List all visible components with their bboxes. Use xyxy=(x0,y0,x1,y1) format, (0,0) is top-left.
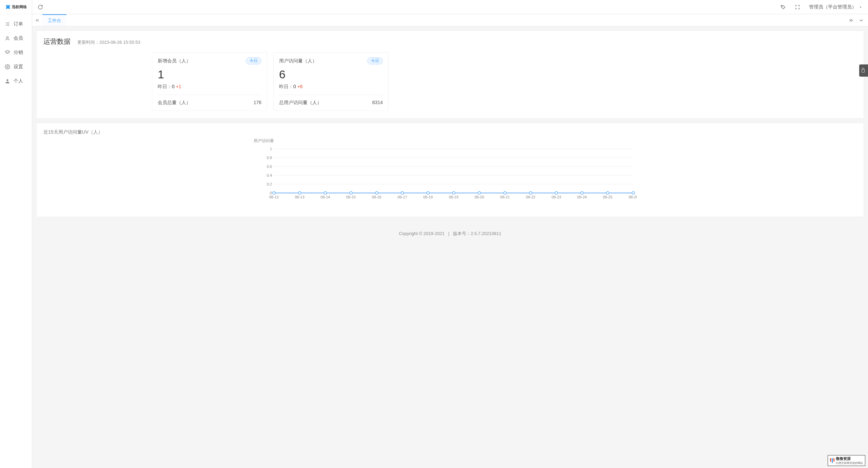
svg-point-29 xyxy=(350,192,352,194)
stat-card: 新增会员（人） 今日 1 昨日：0 +1 会员总量（人） 176 xyxy=(152,52,267,111)
svg-text:08-18: 08-18 xyxy=(423,195,433,199)
svg-point-10 xyxy=(782,6,782,6)
svg-point-37 xyxy=(452,192,455,194)
card-foot-value: 8314 xyxy=(372,100,383,106)
card-big-number: 6 xyxy=(279,68,383,81)
tag-icon[interactable] xyxy=(781,4,786,10)
topbar: 管理员（平台管理员） xyxy=(32,0,868,14)
panel-title: 运营数据 xyxy=(43,37,71,46)
svg-text:08-22: 08-22 xyxy=(526,195,535,199)
svg-text:0.6: 0.6 xyxy=(267,164,272,169)
caret-down-icon xyxy=(859,5,863,9)
brand-logo: ✖迅软网络 xyxy=(0,0,32,14)
line-chart: 00.20.40.60.8108-1208-1308-1408-1508-160… xyxy=(264,145,637,203)
footer: Copyright © 2019-2021 | 版本号：2.5.7.202108… xyxy=(36,217,864,243)
user-dropdown[interactable]: 管理员（平台管理员） xyxy=(809,4,863,10)
stat-card: 用户访问量（人） 今日 6 昨日：0 +6 总用户访问量（人） 8314 xyxy=(273,52,389,111)
user-icon xyxy=(5,36,10,41)
chart-title: 近15天用户访问量UV（人） xyxy=(43,129,857,135)
watermark: 撸撸资源 白嫖互联网资源的网站 xyxy=(828,455,865,466)
svg-text:0.2: 0.2 xyxy=(267,182,272,186)
chart-panel: 近15天用户访问量UV（人） 用户访问量 00.20.40.60.8108-12… xyxy=(36,123,864,217)
shopping-bag-icon xyxy=(861,68,866,73)
card-big-number: 1 xyxy=(158,68,261,81)
svg-text:08-13: 08-13 xyxy=(295,195,304,199)
svg-point-47 xyxy=(580,192,583,194)
svg-point-9 xyxy=(6,79,8,81)
svg-point-49 xyxy=(606,192,609,194)
svg-point-35 xyxy=(427,192,429,194)
card-badge: 今日 xyxy=(246,57,261,64)
svg-text:08-24: 08-24 xyxy=(577,195,587,199)
card-title: 用户访问量（人） xyxy=(279,58,317,64)
layers-icon xyxy=(5,50,10,55)
sidebar: ✖迅软网络 订单 会员 分销 设置 个人 xyxy=(0,0,32,468)
svg-point-27 xyxy=(324,192,327,194)
svg-text:08-12: 08-12 xyxy=(269,195,278,199)
fullscreen-icon[interactable] xyxy=(795,4,800,10)
svg-point-33 xyxy=(401,192,403,194)
svg-point-41 xyxy=(504,192,506,194)
svg-point-25 xyxy=(298,192,301,194)
svg-text:08-23: 08-23 xyxy=(551,195,561,199)
svg-text:0.8: 0.8 xyxy=(267,156,272,160)
svg-point-6 xyxy=(6,37,8,38)
svg-text:08-15: 08-15 xyxy=(346,195,356,199)
tabs-dropdown-icon[interactable] xyxy=(859,18,864,23)
svg-text:0.4: 0.4 xyxy=(267,173,272,177)
svg-marker-7 xyxy=(5,50,9,53)
svg-point-39 xyxy=(478,192,480,194)
user-label: 管理员（平台管理员） xyxy=(809,4,856,10)
expand-tabs-icon[interactable] xyxy=(848,18,854,23)
sidebar-item-label: 个人 xyxy=(14,78,23,84)
sidebar-item-distribution[interactable]: 分销 xyxy=(0,45,32,60)
collapse-tabs-icon[interactable] xyxy=(32,18,42,23)
svg-text:08-16: 08-16 xyxy=(372,195,381,199)
svg-text:08-26: 08-26 xyxy=(628,195,636,199)
svg-rect-53 xyxy=(862,70,865,73)
card-foot-value: 176 xyxy=(254,100,261,106)
person-icon xyxy=(5,78,10,84)
svg-text:08-19: 08-19 xyxy=(449,195,458,199)
svg-point-31 xyxy=(375,192,378,194)
tab-label: 工作台 xyxy=(48,18,61,24)
svg-text:08-21: 08-21 xyxy=(500,195,510,199)
svg-point-45 xyxy=(555,192,557,194)
side-float-button[interactable] xyxy=(859,64,868,77)
svg-text:0: 0 xyxy=(270,191,272,195)
card-sub: 昨日：0 +6 xyxy=(279,84,383,90)
svg-point-8 xyxy=(7,66,8,67)
svg-text:08-17: 08-17 xyxy=(397,195,407,199)
svg-text:08-25: 08-25 xyxy=(603,195,612,199)
svg-text:08-14: 08-14 xyxy=(320,195,330,199)
svg-point-51 xyxy=(632,192,635,194)
card-badge: 今日 xyxy=(367,57,383,64)
svg-text:1: 1 xyxy=(270,147,272,151)
svg-text:08-20: 08-20 xyxy=(474,195,484,199)
tab-workspace[interactable]: 工作台 xyxy=(42,14,66,26)
card-sub: 昨日：0 +1 xyxy=(158,84,261,90)
chart-series-label: 用户访问量 xyxy=(254,138,274,144)
refresh-button[interactable] xyxy=(38,4,43,10)
list-icon xyxy=(5,21,10,27)
svg-point-43 xyxy=(529,192,532,194)
sidebar-item-label: 分销 xyxy=(14,50,23,56)
sidebar-item-members[interactable]: 会员 xyxy=(0,31,32,45)
gear-icon xyxy=(5,64,10,70)
sidebar-item-orders[interactable]: 订单 xyxy=(0,17,32,31)
sidebar-nav: 订单 会员 分销 设置 个人 xyxy=(0,14,32,88)
card-title: 新增会员（人） xyxy=(158,58,191,64)
sidebar-item-settings[interactable]: 设置 xyxy=(0,60,32,74)
tabs-bar: 工作台 xyxy=(32,14,868,26)
card-foot-label: 总用户访问量（人） xyxy=(279,100,322,106)
svg-point-23 xyxy=(273,192,275,194)
sidebar-item-label: 订单 xyxy=(14,21,23,27)
sidebar-item-label: 会员 xyxy=(14,35,23,41)
card-foot-label: 会员总量（人） xyxy=(158,100,191,106)
update-time: 更新时间：2023-08-26 15:55:53 xyxy=(77,39,140,45)
sidebar-item-profile[interactable]: 个人 xyxy=(0,74,32,88)
stats-panel: 运营数据 更新时间：2023-08-26 15:55:53 新增会员（人） 今日… xyxy=(36,31,864,119)
sidebar-item-label: 设置 xyxy=(14,64,23,70)
